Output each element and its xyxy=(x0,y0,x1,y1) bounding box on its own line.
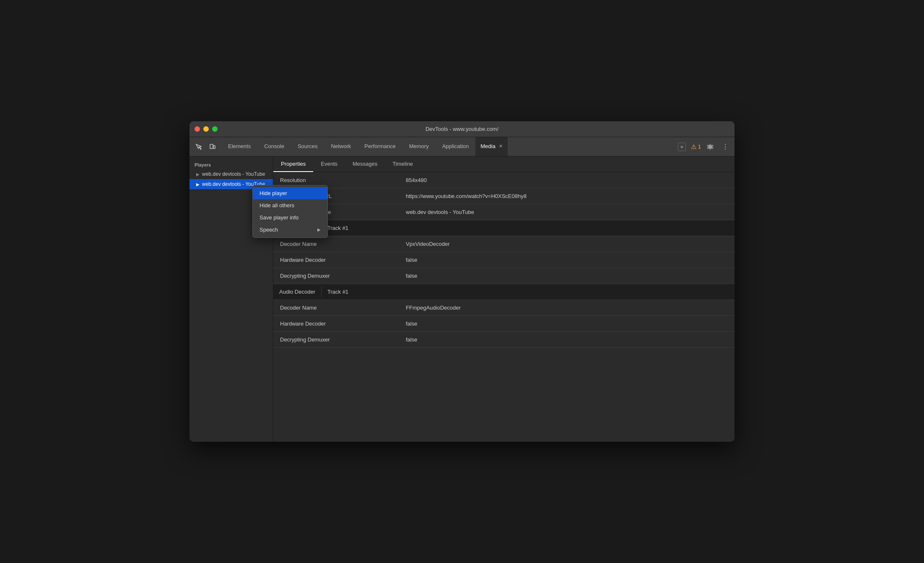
audio-decoder-track: Track #1 xyxy=(322,286,354,297)
window-title: DevTools - www.youtube.com/ xyxy=(426,126,498,132)
prop-key-vd-decoder-name: Decoder Name xyxy=(273,237,399,250)
prop-row-ad-demuxer: Decrypting Demuxer false xyxy=(273,332,735,348)
properties-table: Resolution 854x480 Playback Frame URL ht… xyxy=(273,172,735,442)
tab-memory[interactable]: Memory xyxy=(402,137,436,156)
devtools-window: DevTools - www.youtube.com/ Elements Con… xyxy=(189,121,735,442)
svg-rect-1 xyxy=(213,146,215,149)
speech-submenu-arrow: ▶ xyxy=(317,227,321,232)
toolbar-right: » ⚠ 1 ⋮ xyxy=(676,141,731,153)
title-bar: DevTools - www.youtube.com/ xyxy=(189,121,735,137)
settings-icon[interactable] xyxy=(704,141,716,153)
audio-decoder-header: Audio Decoder Track #1 xyxy=(273,284,735,300)
context-menu-hide-player[interactable]: Hide player xyxy=(253,187,327,199)
sidebar: Players ▶ web.dev devtools - YouTube ▶ w… xyxy=(189,156,273,442)
tab-elements[interactable]: Elements xyxy=(221,137,257,156)
warning-count: 1 xyxy=(698,143,701,150)
toolbar-icons xyxy=(193,141,218,153)
tab-sources[interactable]: Sources xyxy=(291,137,324,156)
context-menu-speech[interactable]: Speech ▶ xyxy=(253,224,327,236)
prop-row-ad-hardware: Hardware Decoder false xyxy=(273,316,735,332)
tab-console[interactable]: Console xyxy=(257,137,291,156)
overflow-menu-icon[interactable]: ⋮ xyxy=(719,141,731,152)
warning-badge[interactable]: ⚠ 1 xyxy=(691,143,701,151)
tab-events[interactable]: Events xyxy=(313,156,345,172)
context-menu-save-player-info[interactable]: Save player info xyxy=(253,211,327,224)
main-area: Players ▶ web.dev devtools - YouTube ▶ w… xyxy=(189,156,735,442)
tab-properties[interactable]: Properties xyxy=(273,156,313,172)
prop-row-playback-title: Playback Frame Title web.dev devtools - … xyxy=(273,204,735,220)
prop-row-vd-demuxer: Decrypting Demuxer false xyxy=(273,268,735,284)
traffic-lights xyxy=(195,126,218,132)
tab-network[interactable]: Network xyxy=(324,137,358,156)
warning-icon: ⚠ xyxy=(691,143,696,151)
prop-key-vd-hardware: Hardware Decoder xyxy=(273,253,399,266)
minimize-button[interactable] xyxy=(203,126,209,132)
tab-media[interactable]: Media ✕ xyxy=(475,137,507,156)
prop-val-playback-url: https://www.youtube.com/watch?v=H0XScE08… xyxy=(399,190,533,203)
arrow-icon-1: ▶ xyxy=(196,172,200,177)
audio-decoder-badge: Audio Decoder xyxy=(273,286,322,297)
video-decoder-header: Video Decoder Track #1 xyxy=(273,220,735,236)
close-button[interactable] xyxy=(195,126,200,132)
toolbar: Elements Console Sources Network Perform… xyxy=(189,137,735,156)
tab-timeline[interactable]: Timeline xyxy=(385,156,420,172)
prop-row-resolution: Resolution 854x480 xyxy=(273,172,735,188)
maximize-button[interactable] xyxy=(212,126,218,132)
prop-key-vd-demuxer: Decrypting Demuxer xyxy=(273,269,399,282)
prop-val-ad-hardware: false xyxy=(399,317,424,330)
inspect-icon[interactable] xyxy=(193,141,205,153)
prop-val-ad-demuxer: false xyxy=(399,333,424,346)
prop-row-ad-decoder-name: Decoder Name FFmpegAudioDecoder xyxy=(273,300,735,316)
panel-tabs: Properties Events Messages Timeline xyxy=(273,156,735,172)
tab-performance[interactable]: Performance xyxy=(358,137,402,156)
device-toolbar-icon[interactable] xyxy=(206,141,218,153)
svg-rect-0 xyxy=(210,144,213,149)
context-menu-hide-all-others[interactable]: Hide all others xyxy=(253,199,327,211)
tab-media-close[interactable]: ✕ xyxy=(499,143,503,149)
prop-key-ad-demuxer: Decrypting Demuxer xyxy=(273,333,399,346)
more-tabs-button[interactable]: » xyxy=(678,143,686,151)
prop-key-ad-hardware: Hardware Decoder xyxy=(273,317,399,330)
prop-key-ad-decoder-name: Decoder Name xyxy=(273,301,399,314)
prop-val-vd-demuxer: false xyxy=(399,269,424,282)
arrow-icon-2: ▶ xyxy=(196,182,200,187)
prop-row-vd-decoder-name: Decoder Name VpxVideoDecoder xyxy=(273,236,735,252)
prop-val-vd-decoder-name: VpxVideoDecoder xyxy=(399,237,457,250)
player-1-label: web.dev devtools - YouTube xyxy=(202,171,265,177)
right-panel: Properties Events Messages Timeline Reso… xyxy=(273,156,735,442)
tab-application[interactable]: Application xyxy=(436,137,476,156)
tab-messages[interactable]: Messages xyxy=(345,156,385,172)
prop-val-vd-hardware: false xyxy=(399,253,424,266)
prop-val-ad-decoder-name: FFmpegAudioDecoder xyxy=(399,301,467,314)
context-menu: Hide player Hide all others Save player … xyxy=(252,185,328,238)
sidebar-item-player-1[interactable]: ▶ web.dev devtools - YouTube xyxy=(189,169,273,179)
prop-val-resolution: 854x480 xyxy=(399,174,433,187)
players-label: Players xyxy=(189,160,273,169)
nav-tabs: Elements Console Sources Network Perform… xyxy=(221,137,508,156)
prop-val-playback-title: web.dev devtools - YouTube xyxy=(399,206,481,219)
prop-row-vd-hardware: Hardware Decoder false xyxy=(273,252,735,268)
prop-row-playback-url: Playback Frame URL https://www.youtube.c… xyxy=(273,188,735,204)
